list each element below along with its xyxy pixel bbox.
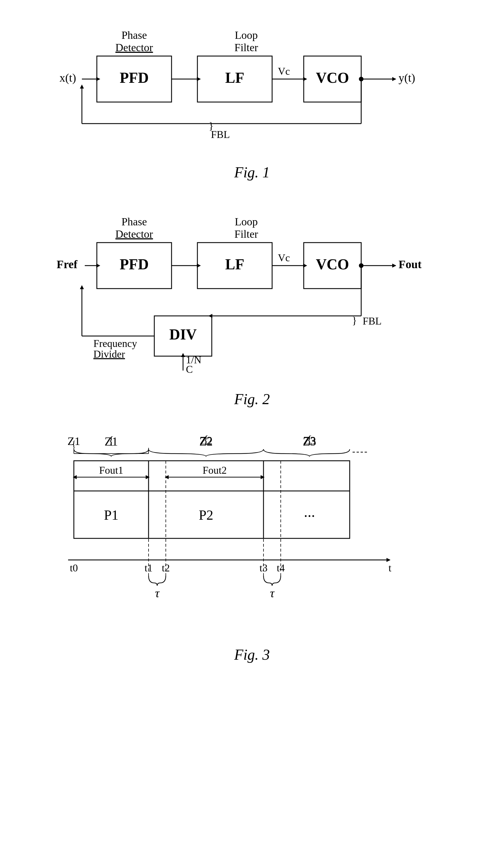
fig3-tau2-label: τ: [270, 586, 275, 600]
fig1-diagram: Phase Detector Loop Filter PFD LF VCO x(…: [51, 17, 453, 155]
fig3-p2-label: P2: [199, 507, 214, 522]
fig3-z1-brace-path: [74, 449, 148, 457]
fig3-fout1-label: Fout1: [99, 464, 123, 476]
fig2-fref-label: Fref: [57, 258, 77, 271]
fig2-fb-arrowhead: [80, 285, 84, 289]
fig2-c-label: C: [186, 363, 193, 375]
fig2-out-arrowhead: [392, 264, 396, 268]
fig3-t4-label: t4: [277, 562, 285, 574]
fig2-fbl-brace: }: [352, 315, 357, 326]
fig2-fout-label: Fout: [398, 258, 422, 271]
fig1-loop-label: Loop: [235, 29, 258, 41]
fig1-fb-arrowhead: [80, 85, 84, 89]
fig3-z2-brace-path: [148, 449, 264, 457]
fig1-filter-label: Filter: [234, 41, 258, 53]
fig3-tau1-label: τ: [155, 586, 160, 600]
fig1-phase-label: Phase: [122, 29, 147, 41]
page: Phase Detector Loop Filter PFD LF VCO x(…: [0, 0, 504, 856]
fig2-phase-label: Phase: [122, 216, 147, 228]
figure-2-section: Phase Detector Loop Filter PFD LF VCO Fr…: [23, 204, 481, 408]
fig2-div-text: DIV: [169, 326, 197, 343]
fig3-fout2-label: Fout2: [202, 464, 227, 476]
fig3-tau1-brace: [148, 576, 166, 586]
fig2-caption: Fig. 2: [234, 391, 270, 408]
fig2-lf-text: LF: [225, 256, 244, 272]
fig2-fbl-label: FBL: [363, 315, 382, 327]
fig2-vco-text: VCO: [316, 256, 349, 272]
fig3-t-label: t: [389, 562, 391, 574]
fig1-lf-text: LF: [225, 70, 244, 86]
fig2-diagram: Phase Detector Loop Filter PFD LF VCO Fr…: [51, 204, 453, 382]
svg-text:Z1: Z1: [105, 435, 118, 448]
fig3-z2-group: Z2: [148, 435, 264, 457]
fig3-z3-group: Z3: [264, 435, 367, 457]
fig3-t1-label: t1: [145, 562, 152, 574]
fig1-pfd-text: PFD: [120, 70, 148, 86]
fig2-freq-label: Frequency: [93, 338, 137, 349]
fig3-z1-group: Z1: [74, 435, 148, 457]
svg-text:Z2: Z2: [199, 435, 213, 448]
fig2-divider-label: Divider: [93, 349, 125, 360]
fig3-tau2-brace: [264, 576, 281, 586]
fig3-caption: Fig. 3: [234, 646, 270, 663]
figure-3-section: Z1 { { Z2 { Z3 { Z1: [23, 431, 481, 663]
fig3-diagram: Z1 { { Z2 { Z3 { Z1: [51, 431, 453, 638]
figure-1-section: Phase Detector Loop Filter PFD LF VCO x(…: [23, 17, 481, 181]
fig2-loop-label: Loop: [235, 216, 258, 228]
fig1-out-arrowhead: [392, 77, 396, 81]
fig3-time-arrowhead: [386, 558, 391, 562]
fig1-xt-label: x(t): [59, 71, 76, 84]
fig1-vco-text: VCO: [316, 70, 349, 86]
fig2-vc-label: Vc: [278, 252, 290, 264]
fig3-t3-label: t3: [259, 562, 268, 574]
fig3-t2-label: t2: [162, 562, 170, 574]
fig3-dots-top: ...: [304, 504, 315, 520]
fig1-yt-label: y(t): [398, 71, 415, 84]
fig2-detector-label: Detector: [115, 228, 153, 240]
svg-text:Z3: Z3: [303, 435, 317, 448]
fig3-z1-lbracket: {: [72, 439, 76, 448]
fig3-p1-label: P1: [104, 507, 119, 522]
fig2-pfd-text: PFD: [120, 256, 148, 272]
fig2-filter-label: Filter: [234, 228, 258, 240]
fig1-fbl-label: FBL: [211, 129, 230, 140]
fig3-z3-brace-path: [264, 449, 350, 457]
fig1-caption: Fig. 1: [234, 164, 270, 181]
fig1-detector-label: Detector: [115, 41, 153, 53]
fig1-fbl-brace: }: [209, 120, 214, 132]
fig1-vc-label: Vc: [278, 66, 290, 77]
fig3-t0-label: t0: [70, 562, 78, 574]
